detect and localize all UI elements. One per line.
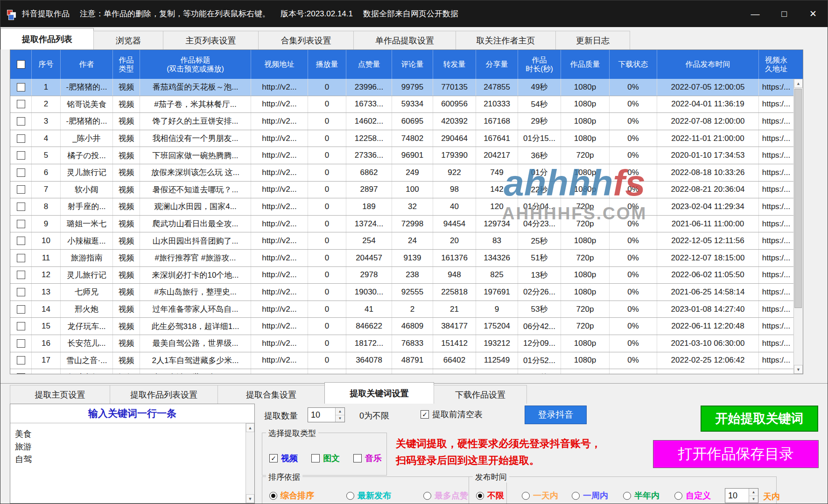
tab-2[interactable]: 浏览器 xyxy=(93,31,163,49)
row-checkbox[interactable] xyxy=(17,151,25,160)
tab-4[interactable]: 合集列表设置 xyxy=(258,31,354,49)
table-row[interactable]: 13七师兄视频#东山岛旅行，整理史...http://v2...019030..… xyxy=(10,284,793,301)
minimize-icon[interactable]: — xyxy=(741,0,770,27)
select-all-checkbox[interactable] xyxy=(17,60,25,69)
close-icon[interactable]: ✕ xyxy=(799,0,828,27)
table-row[interactable]: 15龙仔玩车...视频此生必驾318，超详细1...http://v2...08… xyxy=(10,318,793,335)
days-spinner[interactable]: 10 ▲ ▼ xyxy=(725,488,758,503)
sort-option-1[interactable]: 综合排序 xyxy=(269,490,314,501)
tab-7[interactable]: 更新日志 xyxy=(555,31,630,49)
keyword-textarea[interactable]: 美食旅游自驾 xyxy=(10,423,246,503)
row-checkbox[interactable] xyxy=(17,83,25,91)
keyword-scrollbar[interactable]: ▲ ▼ xyxy=(246,423,254,503)
table-row[interactable]: 3-肥猪猪的...视频馋了好久的土豆饼安排...http://v2...0146… xyxy=(10,113,793,130)
radio-icon[interactable] xyxy=(623,492,631,500)
count-spinner[interactable]: 10 ▲ ▼ xyxy=(308,407,345,422)
bottom-tab-2[interactable]: 提取作品列表设置 xyxy=(110,385,218,404)
radio-icon[interactable] xyxy=(346,492,354,500)
table-cell: 18172... xyxy=(346,335,392,352)
row-checkbox[interactable] xyxy=(17,117,25,126)
row-checkbox[interactable] xyxy=(17,271,25,279)
row-checkbox[interactable] xyxy=(17,288,25,296)
row-checkbox[interactable] xyxy=(17,356,25,364)
days-value[interactable]: 10 xyxy=(725,489,749,503)
table-row[interactable]: 2铭哥说美食视频#茄子卷，米其林餐厅...http://v2...016733.… xyxy=(10,96,793,113)
tab-6[interactable]: 取关注作者主页 xyxy=(456,31,556,49)
sort-option-3[interactable]: 最多点赞 xyxy=(423,490,468,501)
scroll-up-icon[interactable]: ▲ xyxy=(794,79,803,88)
time-option-2[interactable]: 一天内 xyxy=(522,490,558,501)
row-checkbox[interactable] xyxy=(17,305,25,314)
sort-option-2[interactable]: 最新发布 xyxy=(346,490,391,501)
row-checkbox[interactable] xyxy=(17,134,25,143)
count-value[interactable]: 10 xyxy=(308,408,335,422)
table-vertical-scrollbar[interactable]: ▲ ▼ xyxy=(793,79,803,374)
clear-checkbox[interactable]: ✓ xyxy=(421,410,429,419)
table-row[interactable]: 16长安范儿...视频最美自驾公路，世界级...http://v2...0181… xyxy=(10,335,793,352)
bottom-tab-4[interactable]: 提取关键词设置 xyxy=(324,382,434,404)
bottom-tab-1[interactable]: 提取主页设置 xyxy=(10,385,110,404)
row-checkbox[interactable] xyxy=(17,237,25,245)
scroll-down-icon[interactable]: ▼ xyxy=(246,494,254,503)
time-option-1[interactable]: 不限 xyxy=(476,490,504,501)
row-checkbox[interactable] xyxy=(17,168,25,177)
scroll-down-icon[interactable]: ▼ xyxy=(794,365,803,374)
spinner-up-icon[interactable]: ▲ xyxy=(749,489,758,496)
tab-5[interactable]: 单作品提取设置 xyxy=(353,31,456,49)
table-row[interactable]: 10小辣椒逛...视频山水田园出抖音团购了...http://v2...0254… xyxy=(10,232,793,250)
table-row[interactable]: 8射手座的...视频观澜山水田园，国家4...http://v2...01893… xyxy=(10,198,793,216)
spinner-down-icon[interactable]: ▼ xyxy=(749,496,758,503)
type-checkbox[interactable]: ✓ xyxy=(269,454,278,462)
login-douyin-button[interactable]: 登录抖音 xyxy=(525,406,587,424)
table-row[interactable]: 9璐姐一米七视频爬武功山看日出最全攻...http://v2...013724.… xyxy=(10,216,793,233)
clear-before-extract-option[interactable]: ✓ 提取前清空表 xyxy=(421,409,483,420)
column-header: 播放量 xyxy=(308,50,346,79)
type-option-2[interactable]: 图文 xyxy=(311,453,340,464)
spinner-down-icon[interactable]: ▼ xyxy=(336,415,344,422)
table-row[interactable]: 12灵儿旅行记视频来深圳必打卡的10个地...http://v2...02978… xyxy=(10,267,793,284)
scroll-up-icon[interactable]: ▲ xyxy=(246,423,254,432)
scrollbar-thumb[interactable] xyxy=(794,89,802,308)
radio-icon[interactable] xyxy=(423,492,431,500)
time-option-4[interactable]: 半年内 xyxy=(623,490,660,501)
maximize-icon[interactable]: □ xyxy=(770,0,799,27)
table-cell: 32 xyxy=(392,198,433,215)
table-row[interactable]: 1-肥猪猪的...视频番茄鸡蛋的天花板～泡...http://v2...0239… xyxy=(10,79,793,96)
table-row[interactable]: 14邢火炮视频过年准备带家人环岛自...http://v2...04122195… xyxy=(10,301,793,318)
bottom-tab-3[interactable]: 提取合集设置 xyxy=(218,385,325,404)
row-checkbox[interactable] xyxy=(17,373,25,374)
tab-1[interactable]: 提取作品列表 xyxy=(0,28,94,49)
table-row[interactable]: 17雪山之音·...视频2人1车自驾进藏多少米...http://v2...03… xyxy=(10,352,793,370)
bottom-tab-5[interactable]: 下载作品设置 xyxy=(434,385,527,404)
radio-icon[interactable] xyxy=(522,492,530,500)
table-row[interactable]: 4_陈小井视频我相信没有一个男朋友...http://v2...012258..… xyxy=(10,130,793,147)
type-checkbox[interactable] xyxy=(311,454,320,462)
radio-icon[interactable] xyxy=(269,492,277,500)
time-option-5[interactable]: 自定义 xyxy=(674,490,711,501)
table-row[interactable]: 6灵儿旅行记视频放假来深圳该怎么玩 这...http://v2...068622… xyxy=(10,164,793,182)
row-checkbox[interactable] xyxy=(17,203,25,211)
row-checkbox[interactable] xyxy=(17,339,25,348)
table-row[interactable]: 11旅游指南视频#旅行推荐官 #旅游攻...http://v2...020445… xyxy=(10,250,793,267)
table-row[interactable]: 7软小阔视频暑假还不知道去哪玩？...http://v2...028971009… xyxy=(10,182,793,199)
time-option-3[interactable]: 一周内 xyxy=(572,490,608,501)
radio-icon[interactable] xyxy=(674,492,682,500)
spinner-up-icon[interactable]: ▲ xyxy=(336,408,344,415)
start-extract-keywords-button[interactable]: 开始提取关键词 xyxy=(701,406,818,432)
table-cell: 2022-12-05 12:11:56 xyxy=(657,232,759,249)
table-row[interactable]: 5橘子の投...视频下班回家做一碗热腾腾...http://v2...02733… xyxy=(10,147,793,164)
radio-icon[interactable] xyxy=(476,492,484,500)
radio-icon[interactable] xyxy=(572,492,580,500)
type-option-1[interactable]: ✓视频 xyxy=(269,453,298,464)
type-checkbox[interactable] xyxy=(353,454,362,462)
row-checkbox[interactable] xyxy=(17,322,25,330)
row-checkbox[interactable] xyxy=(17,220,25,228)
tab-3[interactable]: 主页列表设置 xyxy=(163,31,259,49)
row-checkbox[interactable] xyxy=(17,254,25,262)
row-checkbox[interactable] xyxy=(17,100,25,108)
open-save-directory-button[interactable]: 打开作品保存目录 xyxy=(653,440,819,468)
type-option-3[interactable]: 音乐 xyxy=(353,453,382,464)
column-header: 分享量 xyxy=(476,50,518,79)
table-row[interactable]: 18驾驶大师...视频大理古城，世界太需要...http://v2...0181… xyxy=(10,369,793,374)
row-checkbox[interactable] xyxy=(17,185,25,194)
